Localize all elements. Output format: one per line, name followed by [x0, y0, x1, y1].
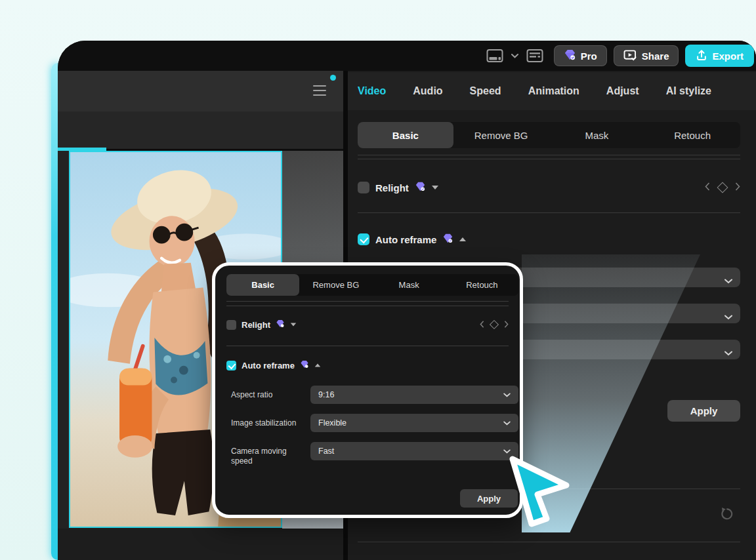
camera-speed-field-label: Camera moving speed [231, 447, 301, 466]
layout-chevron-down-icon[interactable] [511, 54, 518, 58]
popup-subtab-bar: Basic Remove BG Mask Retouch [226, 274, 518, 296]
tab-speed[interactable]: Speed [470, 85, 501, 97]
popup-subtab-remove-bg[interactable]: Remove BG [299, 274, 372, 296]
popup-keyframe-controls [480, 319, 509, 330]
popup-camera-speed-select[interactable]: Fast [310, 442, 518, 460]
relight-label: Relight [375, 182, 409, 193]
keyframe-next-icon[interactable] [504, 319, 509, 330]
tab-bar: Video Audio Speed Animation Adjust AI st… [348, 72, 756, 110]
reset-icon[interactable] [719, 506, 735, 522]
divider [226, 306, 509, 306]
relight-expand-caret-icon[interactable] [432, 186, 438, 190]
divider [226, 346, 509, 346]
share-button[interactable]: Share [614, 45, 679, 66]
preview-toolbar [58, 111, 343, 150]
popup-subtab-retouch[interactable]: Retouch [446, 274, 518, 296]
keyframe-add-icon[interactable] [717, 182, 728, 193]
image-stabilization-field-label: Image stabilization [231, 418, 301, 428]
export-button-label: Export [712, 50, 744, 62]
menu-icon[interactable] [313, 85, 326, 99]
relight-row: Relight [358, 178, 740, 197]
export-button[interactable]: Export [685, 45, 754, 67]
chevron-down-icon [724, 275, 732, 287]
relight-pro-diamond-icon [415, 182, 426, 194]
popup-relight-checkbox[interactable] [226, 320, 236, 330]
popup-auto-reframe-checkbox[interactable] [226, 361, 236, 370]
auto-reframe-row: Auto reframe [358, 230, 740, 249]
top-bar: Pro Share [58, 41, 756, 71]
tab-ai-stylize[interactable]: AI stylize [666, 85, 711, 97]
preview-bottom-bar [58, 529, 343, 560]
captions-panel-icon[interactable] [525, 47, 545, 64]
divider [226, 301, 509, 302]
chevron-down-icon [503, 418, 511, 428]
keyframe-add-icon[interactable] [490, 320, 499, 329]
share-icon [623, 49, 637, 63]
popup-apply-button[interactable]: Apply [460, 489, 518, 508]
subtab-bar: Basic Remove BG Mask Retouch [358, 122, 740, 148]
keyframe-controls [705, 182, 740, 193]
popup-auto-reframe-pro-diamond-icon [300, 359, 309, 371]
chevron-down-icon [724, 311, 732, 323]
subtab-basic[interactable]: Basic [358, 122, 453, 148]
window-layout-icon[interactable] [485, 47, 505, 64]
divider [358, 542, 740, 542]
popup-relight-row: Relight [226, 315, 509, 334]
preview-header [58, 71, 343, 111]
pro-button[interactable]: Pro [554, 45, 607, 66]
divider [358, 155, 740, 155]
image-stabilization-value: Flexible [318, 418, 346, 428]
tab-animation[interactable]: Animation [528, 85, 579, 97]
popup-auto-reframe-row: Auto reframe [226, 356, 509, 374]
export-icon [696, 49, 707, 63]
keyframe-next-icon[interactable] [735, 182, 740, 193]
record-dot-icon [330, 75, 336, 81]
aspect-ratio-value: 9:16 [318, 390, 334, 399]
zoom-callout-popup: Basic Remove BG Mask Retouch Relight [212, 262, 523, 518]
auto-reframe-pro-diamond-icon [442, 233, 453, 246]
popup-relight-pro-diamond-icon [276, 319, 285, 330]
divider [358, 212, 740, 213]
subtab-mask[interactable]: Mask [549, 122, 645, 148]
tab-adjust[interactable]: Adjust [606, 85, 639, 97]
auto-reframe-label: Auto reframe [375, 234, 436, 245]
camera-speed-value: Fast [318, 447, 334, 456]
pro-diamond-icon [564, 49, 576, 62]
apply-button[interactable]: Apply [667, 400, 740, 422]
aspect-ratio-field-label: Aspect ratio [231, 390, 301, 400]
tab-video[interactable]: Video [358, 85, 386, 97]
chevron-down-icon [724, 347, 732, 359]
popup-image-stabilization-select[interactable]: Flexible [310, 414, 518, 432]
popup-aspect-ratio-select[interactable]: 9:16 [310, 386, 518, 404]
popup-auto-reframe-label: Auto reframe [242, 361, 295, 370]
keyframe-prev-icon[interactable] [480, 319, 484, 330]
keyframe-prev-icon[interactable] [705, 182, 710, 193]
popup-relight-expand-caret-icon[interactable] [291, 323, 297, 326]
relight-checkbox[interactable] [358, 182, 369, 193]
popup-relight-label: Relight [242, 320, 270, 330]
subtab-retouch[interactable]: Retouch [644, 122, 740, 148]
share-button-label: Share [642, 50, 669, 62]
popup-subtab-basic[interactable]: Basic [226, 274, 299, 296]
divider [358, 159, 740, 159]
chevron-down-icon [503, 447, 511, 456]
chevron-down-icon [503, 390, 511, 399]
tab-audio[interactable]: Audio [413, 85, 442, 97]
subtab-remove-bg[interactable]: Remove BG [453, 122, 549, 148]
popup-subtab-mask[interactable]: Mask [373, 274, 446, 296]
auto-reframe-checkbox[interactable] [358, 233, 369, 245]
pro-button-label: Pro [581, 50, 597, 62]
auto-reframe-collapse-caret-icon[interactable] [459, 237, 466, 241]
popup-auto-reframe-collapse-caret-icon[interactable] [315, 363, 321, 367]
app-screenshot: Pro Share [0, 0, 756, 560]
